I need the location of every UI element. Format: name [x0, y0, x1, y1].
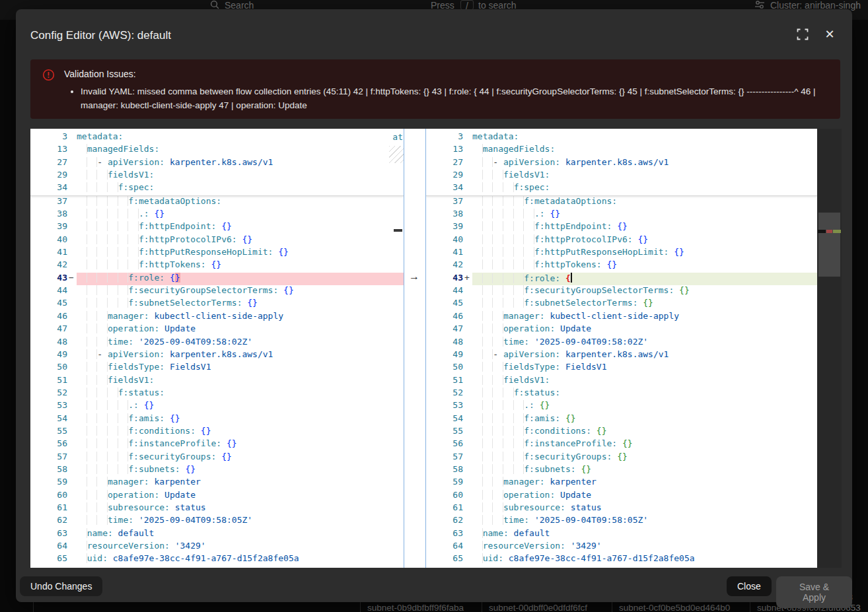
code-line: 66spec:: [30, 566, 404, 568]
line-number: 58: [426, 464, 463, 477]
line-number: 3: [426, 131, 463, 144]
diff-sign: [67, 311, 77, 323]
diff-sign: [463, 247, 472, 259]
code-line: 54 f:amis: {}: [30, 413, 404, 426]
code-text: - apiVersion: karpenter.k8s.aws/v1: [472, 349, 817, 362]
line-number: 63: [426, 528, 463, 541]
code-text: subresource: status: [472, 502, 817, 515]
line-number: 46: [30, 311, 67, 323]
diff-original-pane[interactable]: 3metadata:13 managedFields:27 - apiVersi…: [30, 129, 404, 568]
diff-sign: [67, 259, 77, 272]
diff-sign: [463, 413, 472, 426]
code-line: 47 operation: Update: [30, 323, 404, 336]
code-text: f:instanceProfile: {}: [472, 438, 817, 451]
diff-sign: +: [463, 273, 472, 285]
code-line: 55 f:conditions: {}: [426, 426, 817, 438]
line-number: 40: [426, 234, 463, 247]
line-number: 27: [30, 157, 67, 170]
code-line: 38 .: {}: [426, 209, 817, 221]
code-text: .: {}: [77, 209, 404, 221]
close-button[interactable]: ✕: [822, 27, 837, 42]
code-line: 62 time: '2025-09-04T09:58:05Z': [30, 515, 404, 527]
diff-sign: −: [67, 273, 77, 285]
code-line: 40 f:httpProtocolIPv6: {}: [426, 234, 817, 247]
code-text: manager: karpenter: [472, 477, 817, 489]
line-number: 39: [426, 221, 463, 234]
line-number: 59: [30, 477, 67, 489]
line-number: 44: [426, 285, 463, 298]
code-text: metadata:: [77, 131, 404, 144]
undo-changes-button[interactable]: Undo Changes: [20, 576, 102, 596]
diff-sign: [67, 170, 77, 182]
code-line: 51 fieldsV1:: [30, 375, 404, 388]
code-text: fieldsV1:: [472, 375, 817, 388]
diff-sign: [463, 157, 472, 170]
line-number: 48: [30, 337, 67, 349]
line-number: 65: [30, 553, 67, 566]
line-number: 27: [426, 157, 463, 170]
diff-modified-pane[interactable]: 3metadata:13 managedFields:27 - apiVersi…: [426, 129, 817, 568]
code-line: 46 manager: kubectl-client-side-apply: [30, 311, 404, 323]
line-number: 41: [426, 247, 463, 259]
line-number: 56: [30, 438, 67, 451]
code-text: f:securityGroupSelectorTerms: {}: [472, 285, 817, 298]
code-text: subresource: status: [77, 502, 404, 515]
code-line: 48 time: '2025-09-04T09:58:02Z': [426, 337, 817, 349]
code-text: operation: Update: [472, 323, 817, 336]
scrollbar-slider[interactable]: [818, 213, 840, 277]
diff-sign: [67, 182, 77, 195]
diff-sign: [67, 285, 77, 298]
line-number: 29: [30, 170, 67, 182]
line-number: 34: [30, 182, 67, 195]
overview-ruler: [817, 129, 842, 568]
code-line: 58 f:subnets: {}: [426, 464, 817, 477]
line-number: 46: [426, 311, 463, 323]
code-line: 61 subresource: status: [426, 502, 817, 515]
code-text: manager: kubectl-client-side-apply: [472, 311, 817, 323]
code-text: uid: c8afe97e-38cc-4f91-a767-d15f2a8fe05…: [472, 553, 817, 566]
code-line: 63 name: default: [426, 528, 817, 541]
code-line: 29 fieldsV1:: [30, 170, 404, 182]
diff-sign: [463, 438, 472, 451]
code-text: f:subnetSelectorTerms: {}: [472, 298, 817, 310]
code-line: 40 f:httpProtocolIPv6: {}: [30, 234, 404, 247]
line-number: 53: [30, 400, 67, 413]
code-text: fieldsV1:: [77, 170, 404, 182]
line-number: 66: [30, 566, 67, 568]
code-text: - apiVersion: karpenter.k8s.aws/v1: [77, 157, 404, 170]
line-number: 42: [426, 259, 463, 272]
fullscreen-button[interactable]: [795, 28, 810, 42]
line-number: 50: [30, 362, 67, 374]
diff-sign: [463, 234, 472, 247]
diff-sign: [67, 452, 77, 464]
diff-sign: [67, 388, 77, 400]
line-number: 51: [30, 375, 67, 388]
diff-sign: [67, 400, 77, 413]
diff-sign: [67, 349, 77, 362]
line-number: 51: [426, 375, 463, 388]
diff-sign: [463, 375, 472, 388]
sticky-scroll-header: 3metadata:13 managedFields:27 - apiVersi…: [30, 129, 404, 196]
revert-arrow-icon[interactable]: →: [409, 270, 419, 283]
close-footer-button[interactable]: Close: [727, 576, 772, 596]
diff-sign: [67, 477, 77, 489]
diff-sign: [67, 541, 77, 553]
diff-sign: [463, 221, 472, 234]
line-number: 45: [426, 298, 463, 310]
diff-sign: [463, 196, 472, 209]
diff-sign: [463, 362, 472, 374]
code-line: 27 - apiVersion: karpenter.k8s.aws/v1: [30, 157, 404, 170]
diff-sign: [67, 221, 77, 234]
diff-sign: [463, 349, 472, 362]
diff-sign: [67, 528, 77, 541]
code-body: 37 f:metadataOptions:38 .: {}39 f:httpEn…: [426, 196, 817, 568]
code-text: fieldsV1:: [77, 375, 404, 388]
code-text: - apiVersion: karpenter.k8s.aws/v1: [77, 349, 404, 362]
code-line: 65 uid: c8afe97e-38cc-4f91-a767-d15f2a8f…: [426, 553, 817, 566]
code-text: time: '2025-09-04T09:58:05Z': [472, 515, 817, 527]
code-line: 57 f:securityGroups: {}: [426, 452, 817, 464]
code-text: f:securityGroupSelectorTerms: {}: [77, 285, 404, 298]
diff-sign: [463, 311, 472, 323]
save-apply-button[interactable]: Save & Apply: [776, 576, 852, 608]
code-line: 3metadata:: [30, 131, 404, 144]
